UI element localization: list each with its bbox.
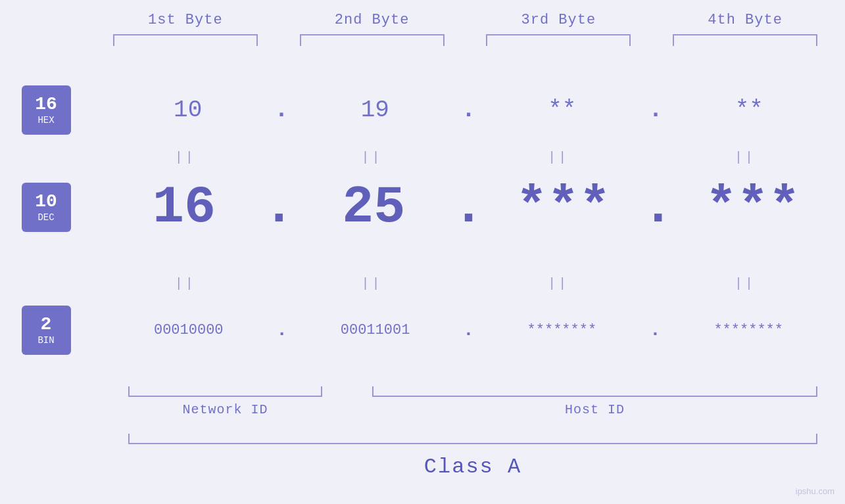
class-label: Class A [128, 455, 817, 479]
bin-badge-col: 2 BIN [0, 306, 92, 355]
hex-dot1: . [274, 97, 289, 124]
eq2-b3: || [486, 276, 631, 291]
equals-row-2: || || || || [92, 276, 838, 291]
eq2-b1: || [113, 276, 258, 291]
bin-row: 2 BIN 00010000 . 00011001 . ******** . *… [0, 306, 845, 355]
dec-b2: 25 [308, 177, 439, 237]
byte3-header: 3rd Byte [486, 12, 631, 28]
byte-headers-row: 1st Byte 2nd Byte 3rd Byte 4th Byte [92, 12, 838, 28]
bin-b1: 00010000 [123, 322, 254, 338]
hex-values: 10 . 19 . ** . ** [92, 97, 845, 124]
hex-row: 16 HEX 10 . 19 . ** . ** [0, 85, 845, 135]
main-layout: 1st Byte 2nd Byte 3rd Byte 4th Byte 16 H… [0, 0, 845, 504]
hex-dot3: . [648, 97, 663, 124]
equals-row-1: || || || || [92, 150, 838, 165]
host-bracket [372, 386, 817, 397]
bin-badge-label: BIN [37, 335, 54, 346]
network-id-label: Network ID [128, 402, 322, 417]
bin-dot2: . [463, 320, 474, 340]
dec-row: 10 DEC 16 . 25 . *** . *** [0, 177, 845, 237]
eq1-b1: || [113, 150, 258, 165]
bin-values: 00010000 . 00011001 . ******** . *******… [92, 320, 845, 340]
dec-b3: *** [498, 177, 629, 237]
bin-b2: 00011001 [310, 322, 441, 338]
network-bracket [128, 386, 322, 397]
hex-badge: 16 HEX [22, 85, 71, 135]
dec-badge-num: 10 [35, 192, 57, 212]
bracket-byte1 [113, 34, 258, 46]
bin-dot1: . [276, 320, 287, 340]
top-brackets [92, 34, 838, 46]
hex-b4: ** [683, 97, 815, 124]
hex-badge-label: HEX [37, 115, 54, 126]
eq1-b4: || [673, 150, 817, 165]
hex-b2: 19 [309, 97, 441, 124]
dec-dot2: . [452, 177, 484, 237]
hex-dot2: . [462, 97, 476, 124]
eq2-b2: || [300, 276, 445, 291]
bin-dot3: . [650, 320, 661, 340]
eq1-b2: || [300, 150, 445, 165]
watermark: ipshu.com [796, 486, 834, 496]
bin-badge: 2 BIN [22, 306, 71, 355]
class-bracket [128, 434, 817, 444]
dec-dot1: . [263, 177, 295, 237]
dec-badge-label: DEC [37, 212, 54, 223]
bin-b4: ******** [683, 322, 814, 338]
bracket-byte4 [673, 34, 817, 46]
dec-badge: 10 DEC [22, 183, 71, 232]
hex-badge-col: 16 HEX [0, 85, 92, 135]
hex-badge-num: 16 [35, 95, 57, 115]
dec-b4: *** [687, 177, 819, 237]
dec-badge-col: 10 DEC [0, 183, 92, 232]
byte1-header: 1st Byte [113, 12, 258, 28]
eq2-b4: || [673, 276, 817, 291]
bracket-byte2 [300, 34, 445, 46]
eq1-b3: || [486, 150, 631, 165]
bin-badge-num: 2 [41, 315, 52, 335]
bin-b3: ******** [496, 322, 627, 338]
hex-b3: ** [496, 97, 628, 124]
byte4-header: 4th Byte [673, 12, 817, 28]
byte2-header: 2nd Byte [300, 12, 445, 28]
hex-b1: 10 [122, 97, 254, 124]
dec-values: 16 . 25 . *** . *** [92, 177, 845, 237]
bracket-byte3 [486, 34, 631, 46]
dec-b1: 16 [118, 177, 250, 237]
host-id-label: Host ID [372, 402, 817, 417]
dec-dot3: . [642, 177, 674, 237]
